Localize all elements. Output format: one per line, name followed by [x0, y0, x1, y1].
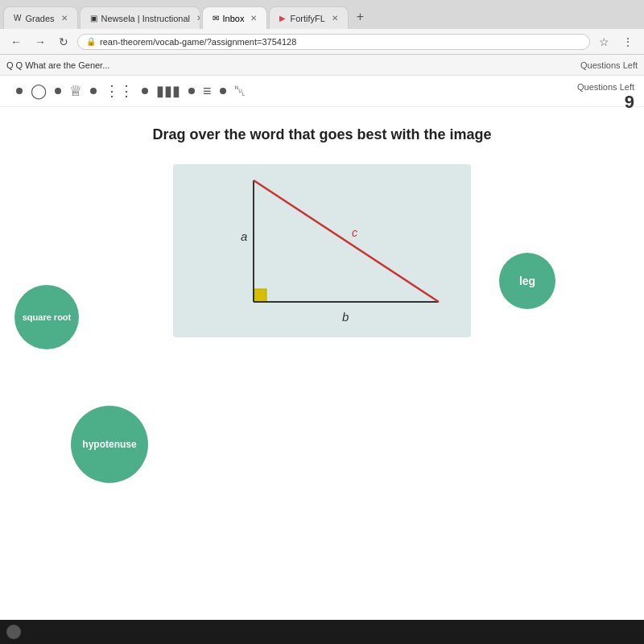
bottom-bar	[0, 620, 644, 644]
bookmark-bar: Q Q What are the Gener... Questions Left	[0, 55, 644, 76]
page-content: ◯ ♕ ⋮⋮ ▮▮▮ ≡ ␀ Questions Left 9 Drag ove…	[0, 76, 644, 620]
forward-button[interactable]: →	[31, 34, 50, 50]
dot-2	[55, 88, 61, 94]
tab-newsela[interactable]: ▣ Newsela | Instructional ✕	[80, 6, 200, 29]
grades-tab-close[interactable]: ✕	[61, 14, 68, 23]
new-tab-button[interactable]: +	[350, 10, 370, 24]
dot-5	[188, 88, 195, 94]
inbox-tab-close[interactable]: ✕	[250, 14, 257, 23]
bookmark-label: Q What are the Gener...	[16, 60, 110, 70]
browser-frame: W Grades ✕ ▣ Newsela | Instructional ✕ ✉…	[0, 0, 644, 644]
triangle-diagram: a b c	[173, 164, 471, 341]
bookmark-what-are-gener[interactable]: Q Q What are the Gener...	[6, 60, 109, 70]
svg-rect-0	[173, 164, 471, 337]
icon-crown[interactable]: ♕	[69, 82, 82, 100]
svg-rect-1	[254, 289, 266, 302]
fortifyfl-tab-close[interactable]: ✕	[332, 14, 338, 23]
label-b: b	[342, 310, 349, 324]
icons-row: ◯ ♕ ⋮⋮ ▮▮▮ ≡ ␀	[0, 76, 644, 107]
lock-icon: 🔒	[86, 37, 96, 46]
address-bar-row: ← → ↻ 🔒 rean-theorem/vocab-game/?assignm…	[0, 29, 644, 55]
word-bubble-hypotenuse[interactable]: hypotenuse	[71, 406, 148, 483]
dot-3	[90, 88, 97, 94]
newsela-tab-label: Newsela | Instructional	[101, 14, 190, 23]
star-button[interactable]: ☆	[595, 34, 613, 50]
fortifyfl-tab-label: FortifyFL	[290, 14, 324, 23]
questions-panel: Questions Left 9	[568, 76, 644, 119]
dot-1	[16, 88, 23, 94]
questions-count: 9	[577, 92, 634, 113]
fortifyfl-tab-icon: ▶	[279, 14, 286, 23]
triangle-svg-container: a b c	[173, 164, 471, 345]
word-bubble-leg[interactable]: leg	[499, 253, 555, 309]
questions-left-label: Questions Left	[580, 60, 638, 70]
icon-clock[interactable]: ◯	[31, 82, 47, 100]
triangle-area: ↖ a b c	[0, 156, 644, 430]
grades-tab-icon: W	[14, 14, 21, 23]
newsela-tab-close[interactable]: ✕	[196, 14, 200, 23]
label-a: a	[241, 229, 247, 243]
refresh-button[interactable]: ↻	[55, 34, 72, 50]
back-button[interactable]: ←	[6, 34, 26, 50]
icon-grid1[interactable]: ⋮⋮	[105, 82, 134, 100]
grades-tab-label: Grades	[25, 14, 54, 23]
icon-monitor[interactable]: ␀	[234, 83, 246, 100]
url-text: rean-theorem/vocab-game/?assignment=3754…	[100, 37, 296, 47]
newsela-tab-icon: ▣	[90, 14, 97, 23]
tab-bar: W Grades ✕ ▣ Newsela | Instructional ✕ ✉…	[0, 0, 644, 29]
dot-6	[220, 88, 226, 94]
bookmark-icon: Q	[6, 60, 14, 70]
inbox-tab-icon: ✉	[213, 14, 219, 23]
tab-grades[interactable]: W Grades ✕	[3, 6, 78, 29]
icon-grid2[interactable]: ▮▮▮	[156, 82, 180, 100]
tab-fortifyfl[interactable]: ▶ FortifyFL ✕	[269, 6, 348, 29]
icon-grid3[interactable]: ≡	[203, 83, 212, 100]
dot-4	[142, 88, 148, 94]
menu-button[interactable]: ⋮	[618, 34, 638, 50]
address-bar[interactable]: 🔒 rean-theorem/vocab-game/?assignment=37…	[77, 34, 590, 50]
tab-inbox[interactable]: ✉ Inbox ✕	[202, 6, 268, 29]
instruction-text: Drag over the word that goes best with t…	[0, 126, 644, 143]
label-c: c	[352, 226, 357, 239]
word-bubble-square-root[interactable]: square root	[14, 285, 79, 349]
bottom-circle	[6, 625, 21, 639]
questions-left-header: Questions Left	[577, 82, 634, 92]
inbox-tab-label: Inbox	[223, 14, 245, 23]
